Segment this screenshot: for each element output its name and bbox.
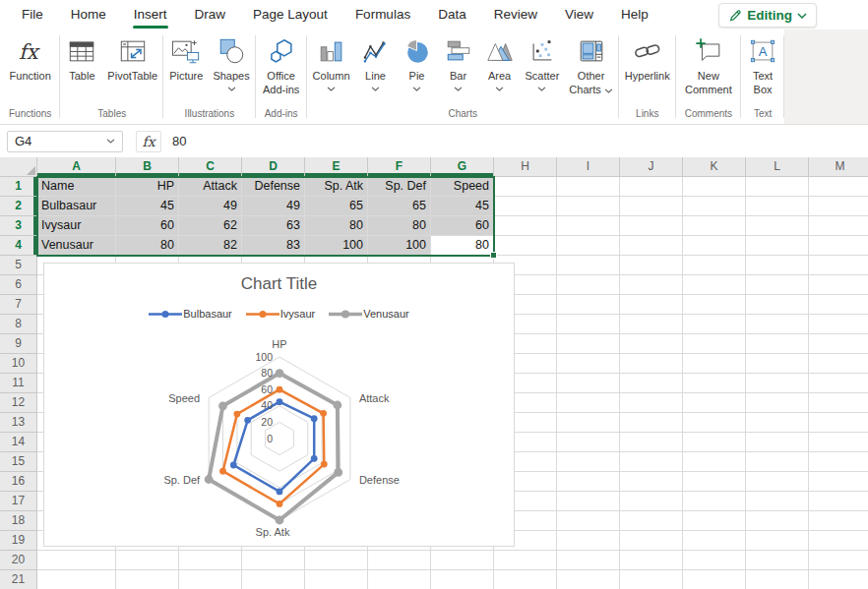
cell-I17[interactable] [557,492,620,511]
cell-K1[interactable] [683,177,746,197]
cell-L16[interactable] [746,472,809,492]
cell-D20[interactable] [242,551,305,570]
cell-G4[interactable]: 80 [431,236,494,256]
cell-L4[interactable] [746,236,809,256]
cell-H4[interactable] [494,236,557,256]
cell-J10[interactable] [620,354,683,374]
cell-G20[interactable] [431,551,494,570]
cell-K9[interactable] [683,334,746,354]
cell-K7[interactable] [683,295,746,315]
cell-L20[interactable] [746,551,809,570]
cell-L15[interactable] [746,452,809,472]
cell-L10[interactable] [746,354,809,374]
cell-M1[interactable] [809,177,868,197]
cell-J21[interactable] [620,570,683,589]
cell-K15[interactable] [683,452,746,472]
cell-G21[interactable] [431,570,494,589]
cell-I7[interactable] [557,295,620,315]
cell-F20[interactable] [368,551,431,570]
cell-C20[interactable] [179,551,242,570]
menu-tab-review[interactable]: Review [480,0,551,29]
column-header-J[interactable]: J [620,157,683,177]
cell-B1[interactable]: HP [116,177,179,197]
cell-A3[interactable]: Ivysaur [37,216,116,236]
cell-I10[interactable] [557,354,620,374]
select-all-corner[interactable] [0,157,37,177]
cell-G3[interactable]: 60 [431,216,494,236]
row-header-18[interactable]: 18 [0,511,37,531]
column-header-E[interactable]: E [305,157,368,177]
cell-I13[interactable] [557,413,620,433]
row-header-9[interactable]: 9 [0,334,37,354]
cell-I18[interactable] [557,511,620,531]
cell-C2[interactable]: 49 [179,197,242,216]
cell-L19[interactable] [746,531,809,551]
cell-J4[interactable] [620,236,683,256]
column-header-I[interactable]: I [557,157,620,177]
cell-G2[interactable]: 45 [431,197,494,216]
menu-tab-formulas[interactable]: Formulas [341,0,424,29]
legend-item-ivysaur[interactable]: Ivysaur [246,308,315,320]
cell-J12[interactable] [620,393,683,413]
cell-E3[interactable]: 80 [305,216,368,236]
ribbon-text-box-button[interactable]: ATextBox [742,29,783,97]
cell-L7[interactable] [746,295,809,315]
ribbon-picture-button[interactable]: Picture [164,29,208,83]
cell-K19[interactable] [683,531,746,551]
cell-F21[interactable] [368,570,431,589]
cell-J6[interactable] [620,275,683,295]
cell-J20[interactable] [620,551,683,570]
cell-I5[interactable] [557,256,620,275]
cell-B2[interactable]: 45 [116,197,179,216]
row-header-17[interactable]: 17 [0,492,37,511]
cell-L2[interactable] [746,197,809,216]
cell-M13[interactable] [809,413,868,433]
cell-H21[interactable] [494,570,557,589]
cell-L17[interactable] [746,492,809,511]
cell-L11[interactable] [746,374,809,393]
cell-J7[interactable] [620,295,683,315]
menu-tab-view[interactable]: View [551,0,607,29]
row-header-2[interactable]: 2 [0,197,37,216]
cell-I9[interactable] [557,334,620,354]
cell-J16[interactable] [620,472,683,492]
cell-E1[interactable]: Sp. Atk [305,177,368,197]
cell-E2[interactable]: 65 [305,197,368,216]
cell-C4[interactable]: 82 [179,236,242,256]
legend-item-bulbasaur[interactable]: Bulbasaur [149,308,232,320]
cell-M12[interactable] [809,393,868,413]
cell-J5[interactable] [620,256,683,275]
ribbon-hyperlink-button[interactable]: Hyperlink [620,29,675,83]
cell-B3[interactable]: 60 [116,216,179,236]
ribbon-area-button[interactable]: Area [479,29,521,92]
cell-K10[interactable] [683,354,746,374]
row-header-12[interactable]: 12 [0,393,37,413]
ribbon-column-button[interactable]: Column [308,29,355,92]
row-header-20[interactable]: 20 [0,551,37,570]
cell-M3[interactable] [809,216,868,236]
cell-L8[interactable] [746,315,809,334]
cell-L6[interactable] [746,275,809,295]
cell-K5[interactable] [683,256,746,275]
formula-input[interactable] [170,131,868,152]
cell-I20[interactable] [557,551,620,570]
cell-K20[interactable] [683,551,746,570]
cell-J3[interactable] [620,216,683,236]
insert-function-button[interactable]: fx [136,131,161,152]
cell-A1[interactable]: Name [37,177,116,197]
ribbon-shapes-button[interactable]: Shapes [208,29,254,92]
row-header-21[interactable]: 21 [0,570,37,589]
cell-M4[interactable] [809,236,868,256]
column-header-M[interactable]: M [809,157,868,177]
cell-K11[interactable] [683,374,746,393]
cell-I19[interactable] [557,531,620,551]
menu-tab-help[interactable]: Help [607,0,662,29]
cell-J8[interactable] [620,315,683,334]
cell-B20[interactable] [116,551,179,570]
ribbon-other-charts-button[interactable]: OtherCharts [564,29,617,97]
cell-A4[interactable]: Venusaur [37,236,116,256]
cell-M21[interactable] [809,570,868,589]
row-header-4[interactable]: 4 [0,236,37,256]
cell-M16[interactable] [809,472,868,492]
column-header-G[interactable]: G [431,157,494,177]
